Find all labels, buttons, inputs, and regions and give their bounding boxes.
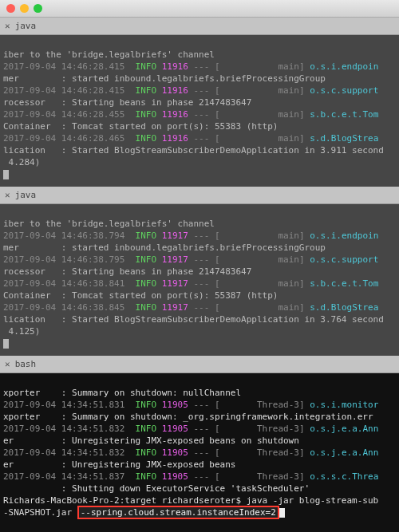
close-icon[interactable]: ✕ <box>5 190 10 200</box>
minimize-dot[interactable] <box>20 4 29 13</box>
log-timestamp: 2017-09-04 14:46:38.841 <box>3 278 124 289</box>
log-line: er : Unregistering JMX-exposed beans <box>3 459 235 470</box>
cursor <box>3 170 9 179</box>
log-line: xporter : Summary on shutdown: _org.spri… <box>3 412 373 422</box>
close-icon[interactable]: ✕ <box>5 359 10 369</box>
log-timestamp: 2017-09-04 14:34:51.831 <box>3 400 124 410</box>
pane1-tabbar: ✕ java <box>0 18 399 35</box>
log-line: 4.284) <box>3 157 40 167</box>
log-line: Container : Tomcat started on port(s): 5… <box>3 290 278 301</box>
log-line: er : Unregistering JMX-exposed beans on … <box>3 435 299 446</box>
log-timestamp: 2017-09-04 14:46:28.465 <box>3 133 124 144</box>
log-timestamp: 2017-09-04 14:46:28.415 <box>3 61 124 72</box>
log-timestamp: 2017-09-04 14:46:28.415 <box>3 85 124 96</box>
log-timestamp: 2017-09-04 14:34:51.832 <box>3 447 124 458</box>
log-line: : Shutting down ExecutorService 'taskSch… <box>3 483 310 494</box>
pane2-tab-label[interactable]: java <box>15 190 37 200</box>
highlighted-arg: --spring.cloud.stream.instanceIndex=2 <box>77 506 279 519</box>
log-line: iber to the 'bridge.legalbriefs' channel <box>3 49 215 60</box>
close-icon[interactable]: ✕ <box>5 21 10 31</box>
cursor <box>279 508 285 518</box>
log-pid: 11916 <box>162 61 188 72</box>
log-line: xporter : Summary on shutdown: nullChann… <box>3 388 241 398</box>
log-line: rocessor : Starting beans in phase 21474… <box>3 266 251 277</box>
log-level: INFO <box>136 61 157 72</box>
pane3-terminal[interactable]: xporter : Summary on shutdown: nullChann… <box>0 373 399 532</box>
log-line: lication : Started BlogStreamSubscriberD… <box>3 145 384 156</box>
log-line: mer : started inbound.legalbriefs.briefP… <box>3 73 326 84</box>
log-line: rocessor : Starting beans in phase 21474… <box>3 97 251 108</box>
log-line: mer : started inbound.legalbriefs.briefP… <box>3 242 326 253</box>
pane3-tabbar: ✕ bash <box>0 356 399 373</box>
log-timestamp: 2017-09-04 14:46:38.795 <box>3 254 124 265</box>
cursor <box>3 339 9 349</box>
log-timestamp: 2017-09-04 14:46:28.455 <box>3 109 124 120</box>
command-input-cont[interactable]: -SNAPSHOT.jar <box>3 507 77 518</box>
pane2-terminal[interactable]: iber to the 'bridge.legalbriefs' channel… <box>0 204 399 356</box>
pane3-tab-label[interactable]: bash <box>15 359 37 369</box>
log-line: iber to the 'bridge.legalbriefs' channel <box>3 219 215 229</box>
log-logger: o.s.i.endpoin <box>310 61 378 72</box>
shell-prompt: Richards-MacBook-Pro-2:target richardser… <box>3 495 247 506</box>
log-line: 4.125) <box>3 326 40 337</box>
log-timestamp: 2017-09-04 14:46:38.845 <box>3 302 124 313</box>
command-input[interactable]: java -jar blog-stream-sub <box>247 495 379 506</box>
pane2-tabbar: ✕ java <box>0 187 399 204</box>
log-line: lication : Started BlogStreamSubscriberD… <box>3 314 384 325</box>
window-titlebar <box>0 0 399 18</box>
log-timestamp: 2017-09-04 14:34:51.832 <box>3 424 124 434</box>
pane1-tab-label[interactable]: java <box>15 21 37 31</box>
log-timestamp: 2017-09-04 14:46:38.794 <box>3 231 124 241</box>
pane1-terminal[interactable]: iber to the 'bridge.legalbriefs' channel… <box>0 35 399 187</box>
maximize-dot[interactable] <box>34 4 42 13</box>
close-dot[interactable] <box>6 4 15 13</box>
log-line: Container : Tomcat started on port(s): 5… <box>3 121 278 132</box>
log-timestamp: 2017-09-04 14:34:51.837 <box>3 471 124 482</box>
